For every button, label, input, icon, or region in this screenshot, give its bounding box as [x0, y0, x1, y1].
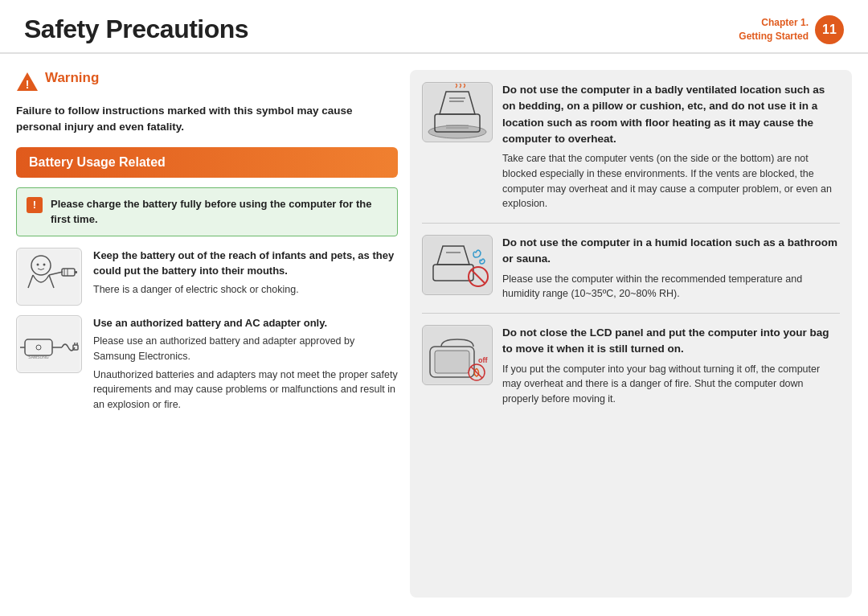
battery-banner-title: Battery Usage Related: [29, 155, 166, 169]
divider-2: [422, 313, 840, 314]
left-item-2-bold: Use an authorized battery and AC adapter…: [93, 315, 398, 331]
right-item-2-bold: Do not use the computer in a humid locat…: [502, 235, 840, 268]
humid-icon-box: [422, 235, 493, 295]
battery-banner: Battery Usage Related: [16, 147, 398, 178]
divider-1: [422, 223, 840, 224]
right-item-1-text: Do not use the computer in a badly venti…: [502, 82, 840, 211]
page-title: Safety Precautions: [24, 14, 248, 44]
left-column: ! Warning Failure to follow instructions…: [16, 70, 410, 598]
humid-illustration: [424, 236, 491, 294]
main-content: ! Warning Failure to follow instructions…: [0, 54, 868, 606]
lcd-icon-box: off: [422, 325, 493, 385]
warning-icon: !: [16, 71, 39, 93]
right-item-2-text: Do not use the computer in a humid locat…: [502, 235, 840, 302]
left-item-1: Keep the battery out of the reach of inf…: [16, 248, 398, 306]
info-icon: !: [27, 197, 43, 213]
warning-text: Failure to follow instructions marked wi…: [16, 103, 398, 136]
svg-text:off: off: [478, 356, 488, 364]
right-item-3-text: Do not close the LCD panel and put the c…: [502, 325, 840, 407]
left-item-2: SAMSUNG Use an authorized battery and AC…: [16, 315, 398, 413]
left-item-2-normal1: Please use an authorized battery and ada…: [93, 334, 398, 364]
adapter-icon-box: SAMSUNG: [16, 315, 82, 373]
right-item-3: off Do not close the LCD panel and put t…: [422, 325, 840, 407]
svg-point-9: [43, 263, 46, 265]
svg-rect-10: [18, 317, 80, 372]
right-item-3-normal: If you put the computer into your bag wi…: [502, 362, 840, 407]
warning-section: ! Warning: [16, 70, 398, 93]
left-item-2-text: Use an authorized battery and AC adapter…: [93, 315, 398, 413]
svg-text:SAMSUNG: SAMSUNG: [28, 355, 48, 359]
left-item-1-normal: There is a danger of electric shock or c…: [93, 282, 398, 298]
warning-title: Warning: [45, 70, 99, 86]
info-box: ! Please charge the battery fully before…: [16, 187, 398, 236]
page-header: Safety Precautions Chapter 1.Getting Sta…: [0, 0, 868, 54]
right-item-1-bold: Do not use the computer in a badly venti…: [502, 82, 840, 147]
right-column: Do not use the computer in a badly venti…: [410, 70, 852, 598]
right-item-1-normal: Take care that the computer vents (on th…: [502, 151, 840, 211]
right-item-2: Do not use the computer in a humid locat…: [422, 235, 840, 302]
svg-rect-35: [435, 351, 469, 373]
chapter-label: Chapter 1.Getting Started: [739, 16, 809, 43]
left-item-1-text: Keep the battery out of the reach of inf…: [93, 248, 398, 298]
page-number: 11: [815, 15, 844, 44]
right-item-1: Do not use the computer in a badly venti…: [422, 82, 840, 211]
svg-rect-5: [75, 271, 77, 273]
right-item-2-normal: Please use the computer within the recom…: [502, 272, 840, 302]
ventilation-icon-box: [422, 82, 493, 142]
adapter-illustration: SAMSUNG: [18, 317, 80, 372]
info-box-text: Please charge the battery fully before u…: [51, 196, 387, 228]
lcd-illustration: off: [424, 326, 491, 384]
ventilation-illustration: [424, 84, 491, 141]
svg-point-8: [37, 263, 39, 265]
baby-icon-box: [16, 248, 82, 306]
svg-text:!: !: [26, 78, 30, 91]
left-item-2-normal2: Unauthorized batteries and adapters may …: [93, 368, 398, 413]
right-item-3-bold: Do not close the LCD panel and put the c…: [502, 325, 840, 358]
baby-illustration: [18, 249, 80, 304]
left-item-1-bold: Keep the battery out of the reach of inf…: [93, 248, 398, 279]
chapter-info: Chapter 1.Getting Started 11: [739, 15, 844, 44]
